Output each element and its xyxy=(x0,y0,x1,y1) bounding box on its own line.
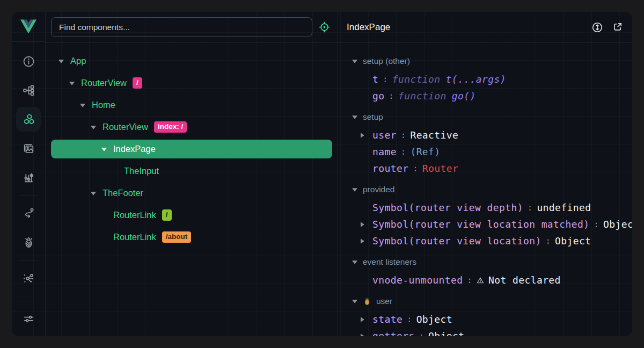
property-key: user xyxy=(372,129,397,141)
property-key: Symbol(router view location matched) xyxy=(372,219,590,230)
tree-row[interactable]: RouterViewindex: / xyxy=(51,116,332,138)
section-header[interactable]: provided xyxy=(338,180,632,199)
vue-logo xyxy=(12,12,45,42)
property-key: router xyxy=(372,163,408,174)
property-colon: : xyxy=(401,130,406,140)
section-collapse-icon xyxy=(352,259,358,265)
section-title: user xyxy=(376,296,392,306)
route-badge: index: / xyxy=(154,121,187,133)
expand-triangle-icon[interactable] xyxy=(100,147,108,152)
components-icon[interactable] xyxy=(12,105,45,134)
vue-logo-icon xyxy=(20,19,36,34)
scroll-to-component-icon[interactable] xyxy=(591,21,604,34)
expand-arrow-icon[interactable] xyxy=(360,238,372,244)
rail-divider xyxy=(19,260,38,260)
property-colon: : xyxy=(389,91,393,101)
section-header[interactable]: setup xyxy=(338,107,632,127)
property-row[interactable]: Symbol(router view location):Object xyxy=(338,233,632,249)
rail-divider xyxy=(19,195,38,195)
expand-triangle-icon[interactable] xyxy=(90,125,97,130)
property-key: t xyxy=(372,74,378,85)
property-colon: : xyxy=(528,203,532,213)
images-icon[interactable] xyxy=(12,134,45,163)
tree-row[interactable]: Home xyxy=(51,94,332,116)
expand-arrow-icon[interactable] xyxy=(360,132,372,139)
components-search-row xyxy=(46,12,338,43)
property-value: Object xyxy=(416,314,452,325)
components-panel: AppRouterView/HomeRouterViewindex: /Inde… xyxy=(46,12,338,336)
expand-triangle-icon[interactable] xyxy=(79,103,86,108)
pinia-pineapple-icon[interactable] xyxy=(12,228,45,257)
tree-row[interactable]: RouterLink/about xyxy=(51,226,332,248)
settings-sliders-icon[interactable] xyxy=(16,307,41,331)
property-row: go:functiongo() xyxy=(338,88,632,104)
tree-row-selected[interactable]: IndexPage xyxy=(51,138,332,160)
rail-bottom xyxy=(12,301,45,336)
locate-target-icon[interactable] xyxy=(318,21,331,33)
route-badge: / xyxy=(162,209,172,221)
inspector-panel: IndexPage setup (other)t:functio xyxy=(338,12,632,336)
property-colon: : xyxy=(419,331,424,337)
property-colon: : xyxy=(413,164,418,173)
property-row: router:Router xyxy=(338,160,632,177)
tree-row[interactable]: TheFooter xyxy=(51,182,332,204)
property-value: Not declared xyxy=(488,274,561,286)
section-header[interactable]: setup (other) xyxy=(338,52,632,71)
value-function-signature: go() xyxy=(452,90,476,102)
component-name: Home xyxy=(92,100,115,110)
tree-row[interactable]: TheInput xyxy=(51,160,332,182)
property-colon: : xyxy=(407,315,412,324)
property-row: vnode-unmounted:Not declared xyxy=(338,272,632,288)
property-value: Reactive xyxy=(410,129,458,141)
property-colon: : xyxy=(467,276,472,285)
property-value: Object xyxy=(428,330,464,336)
find-components-input[interactable] xyxy=(51,17,312,37)
route-icon[interactable] xyxy=(12,199,45,228)
hierarchy-icon[interactable] xyxy=(12,76,45,105)
expand-arrow-icon[interactable] xyxy=(360,333,372,337)
rail-nav xyxy=(12,42,45,301)
property-value: (Ref) xyxy=(410,146,440,157)
expand-triangle-icon[interactable] xyxy=(90,191,97,196)
tree-row[interactable]: App xyxy=(51,50,332,72)
component-name: TheInput xyxy=(124,166,159,176)
component-name: App xyxy=(70,56,86,66)
route-badge: /about xyxy=(162,231,192,243)
property-key: state xyxy=(372,314,402,325)
tree-row[interactable]: RouterView/ xyxy=(51,72,332,94)
sliders-vertical-icon[interactable] xyxy=(12,163,45,192)
icon-rail xyxy=(12,12,46,336)
expand-triangle-icon[interactable] xyxy=(68,81,76,86)
property-row[interactable]: getters:Object xyxy=(338,328,632,336)
section-title: provided xyxy=(363,185,394,194)
expand-arrow-icon[interactable] xyxy=(360,221,372,228)
property-row[interactable]: user:Reactive xyxy=(338,127,632,143)
property-value: Object xyxy=(555,235,591,247)
property-row[interactable]: Symbol(router view location matched):Obj… xyxy=(338,216,632,233)
section-collapse-icon xyxy=(352,59,358,64)
property-key: vnode-unmounted xyxy=(372,274,463,286)
expand-triangle-icon[interactable] xyxy=(57,59,65,64)
property-colon: : xyxy=(383,75,387,84)
section-header[interactable]: event listeners xyxy=(338,252,632,272)
value-function-signature: t(...args) xyxy=(446,74,506,85)
property-value: Object xyxy=(603,219,632,230)
property-colon: : xyxy=(594,220,599,229)
property-row[interactable]: state:Object xyxy=(338,311,632,328)
section-title: setup xyxy=(363,112,383,122)
component-tree: AppRouterView/HomeRouterViewindex: /Inde… xyxy=(46,43,338,336)
info-icon[interactable] xyxy=(12,47,45,76)
graph-icon[interactable] xyxy=(12,264,45,293)
component-name: RouterView xyxy=(103,122,148,132)
property-value: Router xyxy=(422,163,458,174)
tree-row[interactable]: RouterLink/ xyxy=(51,204,332,226)
expand-arrow-icon[interactable] xyxy=(360,316,372,323)
component-name: IndexPage xyxy=(113,144,156,154)
section-header[interactable]: user xyxy=(338,292,632,311)
property-value: undefined xyxy=(537,202,591,213)
inspector-body: setup (other)t:functiont(...args)go:func… xyxy=(338,43,632,336)
property-colon: : xyxy=(401,147,406,157)
open-in-editor-icon[interactable] xyxy=(612,21,624,34)
section-collapse-icon xyxy=(352,299,358,304)
property-key: Symbol(router view location) xyxy=(372,235,541,247)
